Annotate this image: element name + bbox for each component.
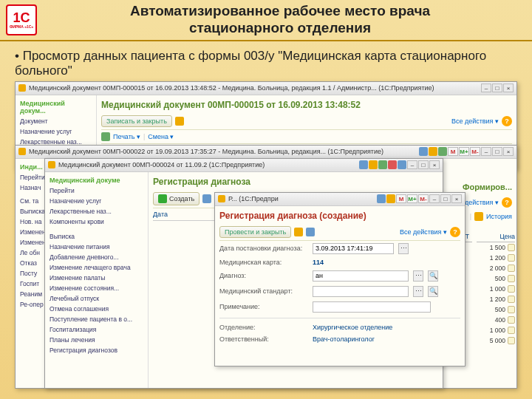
toolbar-icon[interactable] — [388, 160, 397, 169]
toolbar-icon[interactable] — [429, 147, 437, 156]
sidebar-item[interactable]: Выписка — [45, 231, 148, 242]
minimize-button[interactable]: – — [429, 194, 440, 203]
help-icon[interactable]: ? — [450, 227, 460, 237]
sidebar-item[interactable]: Регистрация диагнозов — [45, 345, 148, 355]
sidebar-item[interactable]: Перейти — [16, 172, 44, 183]
titlebar[interactable]: Медицинский документ 00МП-000022 от 19.0… — [16, 146, 516, 159]
toolbar-icon[interactable] — [202, 194, 211, 203]
mes-input[interactable] — [313, 286, 409, 297]
notes-input[interactable] — [313, 301, 431, 313]
toolbar-icon[interactable] — [419, 147, 428, 156]
sidebar-item[interactable]: Лекарственные наз... — [45, 206, 148, 216]
maximize-button[interactable]: □ — [418, 160, 429, 169]
row-lookup-icon[interactable] — [508, 296, 515, 303]
m-minus-badge[interactable]: M- — [470, 147, 480, 156]
smena-link[interactable]: Смена ▾ — [148, 133, 174, 140]
toolbar-icon[interactable] — [294, 228, 303, 236]
sidebar-item[interactable]: См. та — [16, 196, 44, 206]
row-lookup-icon[interactable] — [508, 316, 515, 324]
sidebar-item[interactable]: Реаним — [16, 289, 44, 299]
sidebar-item[interactable]: Посту — [16, 268, 44, 279]
sidebar-item[interactable]: Назнач — [16, 183, 44, 193]
create-button[interactable]: Создать — [153, 192, 200, 205]
sidebar-item[interactable]: Ле обн — [16, 248, 44, 258]
row-lookup-icon[interactable] — [508, 254, 515, 262]
maximize-button[interactable]: □ — [492, 83, 502, 92]
toolbar-icon[interactable] — [369, 160, 378, 169]
sidebar-item[interactable]: Нов. на — [16, 216, 44, 227]
print-link[interactable]: Печать ▾ — [113, 133, 140, 140]
close-button[interactable]: × — [503, 83, 514, 92]
all-actions-link[interactable]: Все действия ▾ — [451, 117, 499, 125]
row-lookup-icon[interactable] — [508, 306, 515, 313]
toolbar-icon[interactable] — [386, 194, 395, 203]
row-lookup-icon[interactable] — [508, 327, 515, 334]
sidebar-item[interactable]: Изменение состояния... — [45, 283, 148, 293]
lookup-button[interactable]: ⋯ — [413, 286, 423, 297]
help-icon[interactable]: ? — [502, 197, 512, 208]
titlebar[interactable]: Медицинский документ 00МП-000024 от 11.0… — [45, 159, 443, 172]
toolbar-icon[interactable] — [175, 117, 184, 126]
diagnosis-input[interactable] — [313, 270, 409, 282]
history-link[interactable]: История — [486, 213, 512, 220]
slide-title-line2: стационарного отделения — [37, 20, 523, 37]
sidebar-item[interactable]: Назначение питания — [45, 242, 148, 252]
sidebar-item[interactable]: Отмена соглашения — [45, 304, 148, 314]
date-picker-button[interactable]: ⋯ — [398, 243, 409, 254]
row-lookup-icon[interactable] — [508, 275, 515, 282]
row-lookup-icon[interactable] — [508, 265, 515, 272]
sidebar-item[interactable]: Отказ — [16, 258, 44, 268]
toolbar-icon[interactable] — [438, 147, 447, 156]
toolbar-icon[interactable] — [101, 132, 110, 141]
proceed-close-button[interactable]: Провести и закрыть — [219, 226, 291, 238]
sidebar-item[interactable]: Госпитализация — [45, 324, 148, 335]
maximize-button[interactable]: □ — [492, 147, 502, 156]
row-lookup-icon[interactable] — [508, 337, 515, 344]
lookup-button[interactable]: ⋯ — [413, 270, 423, 282]
sidebar-item[interactable]: Поступление пациента в о... — [45, 314, 148, 324]
sidebar-item[interactable]: Изменен — [16, 237, 44, 248]
sidebar-item[interactable]: Добавление дневного... — [45, 252, 148, 262]
search-button[interactable]: 🔍 — [428, 270, 438, 282]
minimize-button[interactable]: – — [407, 160, 417, 169]
close-button[interactable]: × — [503, 147, 514, 156]
sidebar-item[interactable]: Изменение лечащего врача — [45, 262, 148, 273]
sidebar-item[interactable]: Назначение услуг — [16, 126, 96, 137]
toolbar-icon[interactable] — [359, 160, 368, 169]
sidebar-item[interactable]: Изменен — [16, 227, 44, 237]
save-close-button[interactable]: Записать и закрыть — [101, 115, 172, 127]
sidebar-item[interactable]: Планы лечения — [45, 335, 148, 345]
m-plus-badge[interactable]: M+ — [459, 147, 469, 156]
row-lookup-icon[interactable] — [508, 244, 515, 251]
toolbar-icon[interactable] — [398, 160, 406, 169]
m-badge[interactable]: M — [396, 194, 406, 203]
sidebar-item[interactable]: Госпит — [16, 279, 44, 289]
help-icon[interactable]: ? — [502, 116, 512, 126]
titlebar[interactable]: Р... (1С:Предпри M M+ M- – □ × — [215, 193, 465, 206]
m-minus-badge[interactable]: M- — [418, 194, 429, 203]
maximize-button[interactable]: □ — [440, 194, 451, 203]
titlebar[interactable]: Медицинский документ 00МП-000015 от 16.0… — [16, 82, 516, 95]
sidebar-item[interactable]: Документ — [16, 116, 96, 126]
sidebar-item[interactable]: Компоненты крови — [45, 216, 148, 227]
m-plus-badge[interactable]: M+ — [407, 194, 417, 203]
sidebar-item[interactable]: Перейти — [45, 185, 148, 196]
toolbar-icon[interactable] — [378, 160, 387, 169]
toolbar-icon[interactable] — [306, 228, 315, 236]
sidebar-item[interactable]: Лечебный отпуск — [45, 293, 148, 304]
close-button[interactable]: × — [429, 160, 440, 169]
toolbar-icon[interactable] — [377, 194, 386, 203]
close-button[interactable]: × — [451, 194, 462, 203]
date-input[interactable] — [313, 243, 394, 254]
sidebar-item[interactable]: Изменение палаты — [45, 273, 148, 283]
all-actions-link[interactable]: Все действия ▾ — [400, 228, 447, 236]
row-lookup-icon[interactable] — [508, 285, 515, 293]
sidebar-item[interactable]: Ре-опер — [16, 299, 44, 310]
minimize-button[interactable]: – — [481, 83, 491, 92]
minimize-button[interactable]: – — [481, 147, 491, 156]
history-icon[interactable] — [474, 212, 483, 221]
search-button[interactable]: 🔍 — [428, 286, 438, 297]
m-badge[interactable]: M — [448, 147, 458, 156]
sidebar-item[interactable]: Назначение услуг — [45, 196, 148, 206]
sidebar-item[interactable]: Выписка — [16, 206, 44, 216]
